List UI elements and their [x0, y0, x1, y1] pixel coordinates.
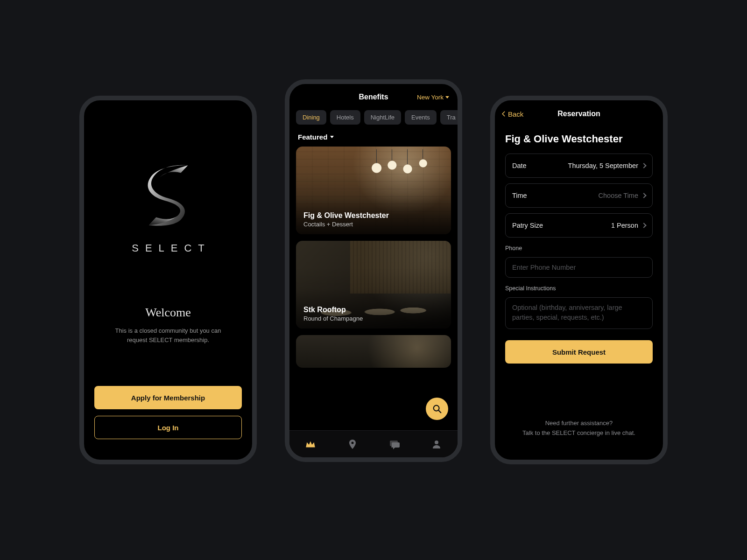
- tab-benefits[interactable]: [301, 435, 320, 454]
- chip-events[interactable]: Events: [405, 110, 437, 125]
- instructions-input[interactable]: Optional (birthday, anniversary, large p…: [505, 297, 653, 329]
- venue-card[interactable]: Fig & Olive Westchester Coctails + Desse…: [296, 147, 451, 234]
- venue-title: Fig & Olive Westchester: [303, 211, 389, 220]
- venue-heading: Fig & Olive Westchester: [495, 127, 663, 154]
- svg-line-1: [438, 410, 441, 413]
- welcome-subtitle: This is a closed community but you can r…: [84, 326, 252, 345]
- tab-bar: [289, 430, 458, 457]
- login-button[interactable]: Log In: [94, 416, 242, 439]
- tab-profile[interactable]: [427, 435, 446, 454]
- chat-icon: [389, 439, 400, 450]
- apply-membership-button[interactable]: Apply for Membership: [94, 386, 242, 409]
- page-title: Benefits: [359, 93, 388, 101]
- sort-picker[interactable]: Featured: [289, 129, 458, 147]
- chip-nightlife[interactable]: NightLife: [364, 110, 401, 125]
- back-label: Back: [508, 110, 523, 118]
- caret-down-icon: [445, 96, 449, 98]
- back-button[interactable]: Back: [500, 110, 523, 118]
- venue-subtitle: Round of Champagne: [303, 315, 363, 322]
- instructions-field-label: Special Instructions: [505, 285, 653, 292]
- chip-dining[interactable]: Dining: [296, 110, 326, 125]
- venue-subtitle: Coctails + Dessert: [303, 221, 389, 228]
- person-icon: [431, 439, 442, 450]
- assist-line-2: Talk to the SELECT concierge in live cha…: [495, 428, 663, 438]
- phone-placeholder: Enter Phone Number: [512, 264, 576, 271]
- benefits-screen: Benefits New York Dining Hotels NightLif…: [285, 79, 462, 462]
- page-title: Reservation: [557, 110, 600, 118]
- chip-hotels[interactable]: Hotels: [330, 110, 360, 125]
- crown-icon: [304, 438, 317, 450]
- chevron-left-icon: [500, 111, 507, 117]
- assist-line-1: Need further assistance?: [495, 419, 663, 428]
- assistance-text: Need further assistance? Talk to the SEL…: [495, 419, 663, 450]
- phone-input[interactable]: Enter Phone Number: [505, 257, 653, 278]
- chip-travel[interactable]: Tra: [440, 110, 458, 125]
- welcome-screen: SELECT Welcome This is a closed communit…: [79, 96, 257, 464]
- welcome-title: Welcome: [145, 306, 191, 320]
- search-fab[interactable]: [426, 398, 448, 420]
- time-placeholder: Choose Time: [599, 192, 638, 199]
- sort-label: Featured: [298, 133, 327, 141]
- date-row[interactable]: Date Thursday, 5 September: [505, 154, 653, 178]
- svg-point-2: [435, 441, 438, 444]
- party-value: 1 Person: [611, 222, 638, 229]
- reservation-form: Date Thursday, 5 September Time Choose T…: [495, 154, 663, 329]
- date-value: Thursday, 5 September: [568, 162, 638, 169]
- phone-field-label: Phone: [505, 245, 653, 252]
- time-row[interactable]: Time Choose Time: [505, 183, 653, 208]
- instructions-placeholder: Optional (birthday, anniversary, large p…: [512, 304, 622, 321]
- time-label: Time: [512, 192, 527, 199]
- pin-icon: [347, 439, 358, 450]
- venue-card[interactable]: Stk Rooftop Round of Champagne: [296, 241, 451, 329]
- caret-down-icon: [330, 136, 334, 138]
- submit-request-button[interactable]: Submit Request: [505, 340, 653, 364]
- venue-image: [296, 335, 451, 368]
- tab-places[interactable]: [343, 435, 362, 454]
- select-logo-icon: [128, 155, 208, 235]
- city-picker[interactable]: New York: [417, 94, 449, 101]
- chevron-right-icon: [641, 193, 646, 198]
- tab-chat[interactable]: [385, 435, 404, 454]
- venue-title: Stk Rooftop: [303, 306, 363, 314]
- chevron-right-icon: [641, 163, 646, 168]
- nav-bar: Back Reservation: [495, 100, 663, 127]
- party-size-row[interactable]: Patry Size 1 Person: [505, 213, 653, 238]
- city-label: New York: [417, 94, 444, 101]
- category-chips: Dining Hotels NightLife Events Tra: [289, 110, 458, 129]
- venue-card[interactable]: [296, 335, 451, 368]
- chevron-right-icon: [641, 223, 646, 228]
- party-label: Patry Size: [512, 222, 543, 229]
- reservation-screen: Back Reservation Fig & Olive Westchester…: [490, 96, 668, 464]
- top-bar: Benefits New York: [289, 84, 458, 110]
- logo-area: SELECT Welcome This is a closed communit…: [84, 100, 252, 386]
- search-icon: [432, 404, 442, 414]
- date-label: Date: [512, 162, 527, 169]
- brand-wordmark: SELECT: [125, 242, 211, 254]
